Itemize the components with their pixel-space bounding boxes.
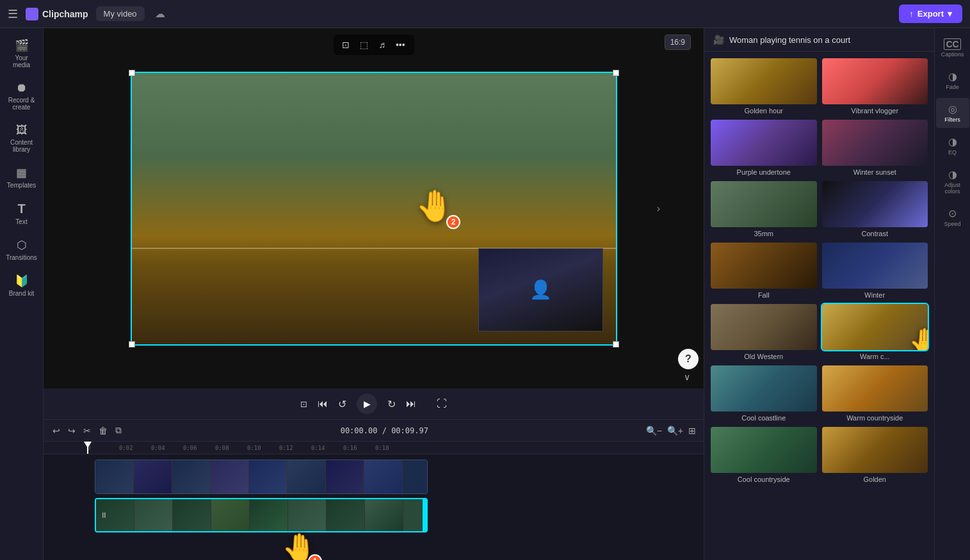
resize-handle-bl[interactable] <box>129 341 135 348</box>
collapse-button[interactable]: ∨ <box>675 372 699 382</box>
ruler-mark-16: 0:16 <box>343 445 357 451</box>
left-sidebar: 🎬 Your media ⏺ Record &create 🖼 Content … <box>0 28 44 560</box>
speed-label: Speed <box>944 221 960 227</box>
crop-button[interactable]: ⊡ <box>339 38 352 51</box>
export-button[interactable]: ↑ Export ▾ <box>899 4 962 23</box>
sidebar-label-text: Text <box>15 218 27 225</box>
step-badge-1: 1 <box>308 554 322 560</box>
filter-thumb-cool-countryside <box>711 427 817 473</box>
project-title[interactable]: My video <box>96 6 145 21</box>
rewind-button[interactable]: ↺ <box>338 398 346 410</box>
track-clip-1[interactable] <box>95 460 428 494</box>
adjust-colors-label: Adjust colors <box>939 182 967 195</box>
preview-controls-top: ⊡ ⬚ ♬ ••• <box>333 35 414 55</box>
sidebar-item-text[interactable]: T Text <box>3 196 41 230</box>
playhead[interactable] <box>87 442 88 454</box>
fullscreen-button[interactable]: ⛶ <box>437 398 447 410</box>
resize-handle-tr[interactable] <box>613 70 619 76</box>
clip-pause-icon: ⏸ <box>100 511 108 520</box>
cursor-annotation-1: 🤚 1 <box>282 531 317 560</box>
filter-thumb-warm-countryside: 🤚 3 <box>822 304 928 350</box>
filter-label-35mm: 35mm <box>711 230 817 237</box>
speed-button[interactable]: ⊙ Speed <box>936 202 969 232</box>
filter-item-purple-undertone[interactable]: Purple undertone <box>711 120 817 176</box>
sidebar-label-content-library: Content library <box>6 139 37 153</box>
fast-forward-button[interactable]: ↻ <box>387 398 396 410</box>
play-button[interactable]: ▶ <box>357 394 377 414</box>
filter-item-warm-countryside2[interactable]: Warm countryside <box>822 365 928 422</box>
filter-item-golden-hour[interactable]: Golden hour <box>711 58 817 115</box>
effects-button[interactable]: ◎ Filters <box>936 98 969 128</box>
equalizer-button[interactable]: ◑ EQ <box>936 131 969 161</box>
filter-item-fall[interactable]: Fall <box>711 243 817 299</box>
undo-button[interactable]: ↩ <box>51 424 61 437</box>
adjust-colors-icon: ◑ <box>948 168 957 180</box>
sidebar-item-templates[interactable]: ▦ Templates <box>3 161 41 194</box>
sidebar-label-templates: Templates <box>7 182 36 189</box>
zoom-in-button[interactable]: 🔍+ <box>667 426 683 436</box>
hamburger-button[interactable]: ☰ <box>8 7 18 21</box>
audio-button[interactable]: ♬ <box>376 38 388 51</box>
filter-item-contrast[interactable]: Contrast <box>822 181 928 237</box>
timeline-area: ↩ ↪ ✂ 🗑 ⧉ 00:00.00 / 00:09.97 🔍− 🔍+ ⊞ 0 … <box>44 419 704 560</box>
hand-cursor-3: 🤚 <box>909 327 928 350</box>
ruler-mark-04: 0:04 <box>151 445 165 451</box>
filter-item-cool-coastline[interactable]: Cool coastline <box>711 365 817 422</box>
copy-button[interactable]: ⧉ <box>114 424 123 437</box>
adjust-colors-button[interactable]: ◑ Adjust colors <box>936 163 969 200</box>
filter-item-warm-countryside[interactable]: 🤚 3 Warm c... <box>822 304 928 360</box>
filter-item-vibrant-vlogger[interactable]: Vibrant vlogger <box>822 58 928 115</box>
cut-button[interactable]: ✂ <box>82 424 92 437</box>
filter-label-fall: Fall <box>711 291 817 299</box>
filter-item-winter-sunset[interactable]: Winter sunset <box>822 120 928 176</box>
sidebar-item-your-media[interactable]: 🎬 Your media <box>3 33 41 74</box>
sidebar-item-transitions[interactable]: ⬡ Transitions <box>3 233 41 266</box>
effects-icon: ◎ <box>948 103 957 115</box>
aspect-ratio-badge[interactable]: 16:9 <box>665 35 691 50</box>
resize-handle-tl[interactable] <box>129 70 135 76</box>
pip-overlay[interactable]: 👤 <box>478 248 603 332</box>
sidebar-item-brand-kit[interactable]: 🔰 Brand kit <box>3 269 41 302</box>
templates-icon: ▦ <box>16 166 27 180</box>
filter-label-winter: Winter <box>822 291 928 299</box>
resize-button[interactable]: ⬚ <box>357 38 371 51</box>
filter-label-winter-sunset: Winter sunset <box>822 168 928 176</box>
filter-item-winter[interactable]: Winter <box>822 243 928 299</box>
captions-button[interactable]: CC Captions <box>936 33 969 63</box>
zoom-out-button[interactable]: 🔍− <box>646 426 662 436</box>
clip-end-handle[interactable] <box>423 499 426 531</box>
video-canvas: 👤 <box>131 72 617 346</box>
skip-forward-button[interactable]: ⏭ <box>406 398 416 410</box>
more-button[interactable]: ••• <box>393 38 408 51</box>
skip-back-button[interactable]: ⏮ <box>318 398 328 410</box>
sidebar-label-your-media: Your media <box>6 54 37 68</box>
sidebar-item-record-create[interactable]: ⏺ Record &create <box>3 76 41 116</box>
sidebar-item-content-library[interactable]: 🖼 Content library <box>3 118 41 158</box>
filter-label-warm-countryside2: Warm countryside <box>822 414 928 422</box>
panel-toggle-button[interactable]: › <box>657 203 660 214</box>
filter-item-35mm[interactable]: 35mm <box>711 181 817 237</box>
content-library-icon: 🖼 <box>16 124 28 137</box>
right-panel-header: 🎥 Woman playing tennis on a court <box>704 28 934 52</box>
track-clip-main[interactable]: ⏸ <box>95 498 428 532</box>
filter-item-golden2[interactable]: Golden <box>822 427 928 483</box>
playback-controls: ⊡ ⏮ ↺ ▶ ↻ ⏭ ⛶ <box>44 388 704 419</box>
closed-captions-button[interactable]: ⊡ <box>300 399 307 409</box>
filter-item-old-western[interactable]: Old Western <box>711 304 817 360</box>
delete-button[interactable]: 🗑 <box>97 424 109 437</box>
brand-kit-icon: 🔰 <box>15 274 29 288</box>
export-chevron-icon: ▾ <box>948 9 952 19</box>
resize-handle-br[interactable] <box>613 341 619 348</box>
effects-label: Filters <box>944 116 960 123</box>
filter-item-cool-countryside[interactable]: Cool countryside <box>711 427 817 483</box>
redo-button[interactable]: ↪ <box>67 424 77 437</box>
logo: Clipchamp <box>26 8 88 20</box>
ruler-mark-14: 0:14 <box>311 445 325 451</box>
filter-label-warm-countryside: Warm c... <box>822 353 928 360</box>
logo-icon <box>26 8 38 20</box>
fit-timeline-button[interactable]: ⊞ <box>688 426 696 436</box>
transitions-icon: ⬡ <box>17 238 27 252</box>
filter-label-old-western: Old Western <box>711 353 817 360</box>
help-button[interactable]: ? <box>678 349 699 369</box>
fade-button[interactable]: ◑ Fade <box>936 65 969 95</box>
